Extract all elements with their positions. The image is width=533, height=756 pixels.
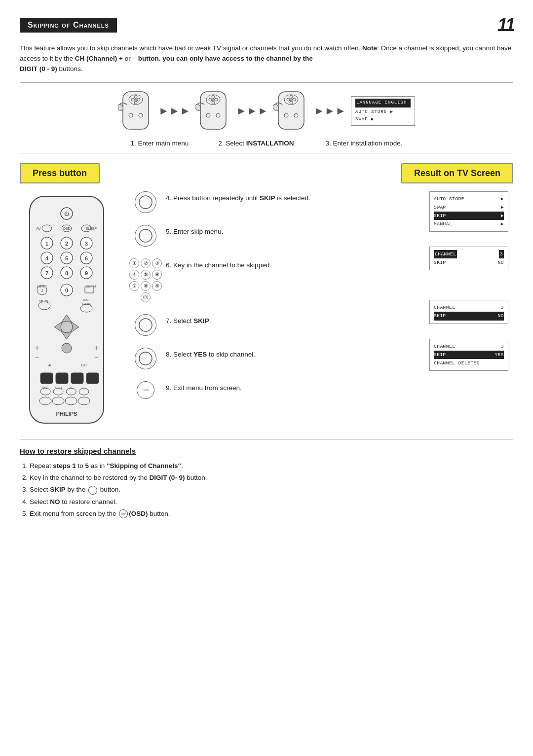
step-5-icon — [133, 225, 158, 247]
svg-text:+: + — [35, 344, 39, 352]
svg-rect-83 — [71, 373, 83, 384]
svg-text:5: 5 — [65, 255, 68, 261]
svg-text:INC.: INC. — [83, 298, 89, 301]
svg-text:2: 2 — [65, 241, 68, 247]
svg-text:PHILIPS: PHILIPS — [56, 411, 77, 417]
oval-btn-4[interactable] — [135, 191, 156, 213]
step-8-icon — [133, 348, 158, 369]
tv-result-1: AUTO STORE▶ SWAP▶ SKIP▶ MANUAL▶ — [429, 191, 508, 232]
step-9-text: 9. Exit menu from screen. — [166, 381, 242, 393]
step-5-text: 5. Enter skip menu. — [166, 225, 223, 237]
svg-text:4: 4 — [45, 255, 49, 261]
svg-text:−: − — [35, 354, 39, 361]
step-7-icon — [133, 314, 158, 336]
svg-text:AV: AV — [37, 227, 41, 230]
remote-mini-1 — [118, 91, 153, 132]
step-6: ①②③ ④⑤⑥ ⑦⑧⑨ ⓪ 6. Key in the channel to b… — [133, 258, 419, 302]
arrow-1: ►►► — [158, 105, 190, 117]
svg-text:9: 9 — [85, 270, 88, 276]
step-4-icon — [133, 191, 158, 213]
svg-text:SMART: SMART — [86, 285, 97, 288]
svg-text:⏻: ⏻ — [64, 211, 69, 216]
svg-point-76 — [62, 343, 72, 353]
step-7: 7. Select SKIP. — [133, 314, 419, 336]
label-row: Press button Result on TV Screen — [20, 163, 513, 183]
svg-text:J: J — [41, 288, 43, 293]
osd-btn-9[interactable]: OSD — [137, 381, 154, 399]
svg-point-26 — [290, 98, 292, 101]
svg-text:3: 3 — [85, 241, 88, 247]
step-4-text: 4. Press button repeatedly until SKIP is… — [166, 191, 310, 203]
oval-icon-restore — [88, 486, 97, 495]
intro-text: This feature allows you to skip channels… — [20, 43, 513, 74]
oval-btn-5[interactable] — [135, 225, 156, 247]
page-number: 11 — [497, 15, 513, 36]
step-9-icon: OSD — [133, 381, 158, 399]
svg-point-99 — [139, 319, 152, 331]
svg-rect-10 — [200, 92, 226, 129]
arrow-2: ►►► — [236, 105, 268, 117]
svg-text:8: 8 — [65, 270, 68, 276]
svg-text:1: 1 — [45, 241, 48, 247]
oval-btn-7[interactable] — [135, 314, 156, 336]
svg-text:7: 7 — [45, 270, 48, 276]
svg-point-73 — [61, 321, 73, 333]
restore-list: Repeat steps 1 to 5 as in "Skipping of C… — [20, 460, 513, 520]
left-col: ⏻ AV OSD SLEEP 1 2 3 4 5 6 7 — [20, 191, 118, 430]
tv-result-3: CHANNEL3 SKIPNO — [429, 300, 508, 324]
right-col: AUTO STORE▶ SWAP▶ SKIP▶ MANUAL▶ CHANNEL3… — [429, 191, 513, 430]
svg-rect-84 — [86, 373, 99, 384]
step-9: OSD 9. Exit menu from screen. — [133, 381, 419, 399]
svg-text:OSD: OSD — [63, 227, 70, 230]
svg-point-97 — [139, 196, 152, 209]
restore-item-3: Select SKIP by the button. — [30, 484, 513, 496]
oval-btn-8[interactable] — [135, 348, 156, 369]
restore-section: How to restore skipped channels Repeat s… — [20, 439, 513, 520]
top-diagram-row: ►►► ►►► — [30, 91, 503, 132]
step-6-text: 6. Key in the channel to be skipped. — [166, 258, 271, 270]
restore-item-5: Exit menu from screen by the OSD(OSD) bu… — [30, 508, 513, 520]
svg-text:6: 6 — [85, 255, 88, 261]
step-5: 5. Enter skip menu. — [133, 225, 419, 247]
svg-rect-30 — [30, 196, 104, 423]
svg-rect-20 — [278, 92, 304, 129]
svg-point-16 — [212, 98, 215, 101]
svg-point-6 — [135, 98, 137, 101]
svg-text:CH: CH — [81, 363, 87, 367]
page-header: Skipping of Channels 11 — [20, 15, 513, 36]
numpad-small: ①②③ ④⑤⑥ ⑦⑧⑨ ⓪ — [129, 258, 162, 302]
step-8-text: 8. Select YES to skip channel. — [166, 348, 255, 360]
svg-point-100 — [139, 352, 152, 365]
svg-point-98 — [139, 229, 152, 242]
svg-rect-82 — [56, 373, 68, 384]
middle-col: 4. Press button repeatedly until SKIP is… — [128, 191, 419, 430]
restore-item-1: Repeat steps 1 to 5 as in "Skipping of C… — [30, 460, 513, 472]
svg-text:i≡: i≡ — [70, 386, 73, 389]
svg-text:MENU: MENU — [39, 299, 50, 303]
svg-text:0: 0 — [65, 288, 68, 293]
svg-text:+: + — [94, 344, 98, 352]
result-label: Result on TV Screen — [401, 163, 513, 183]
step-labels: 1. Enter main menu 2. Select INSTALLATIO… — [131, 140, 403, 147]
svg-rect-81 — [40, 373, 53, 384]
svg-text:−: − — [94, 354, 98, 361]
tv-result-4: CHANNEL3 SKIPYES CHANNEL DELETED — [429, 339, 508, 371]
main-content: ⏻ AV OSD SLEEP 1 2 3 4 5 6 7 — [20, 191, 513, 430]
restore-title: How to restore skipped channels — [20, 447, 513, 455]
tv-screen-mini: LANGUAGE ENGLISH AUTO STORE ▶ SWAP ▶ — [351, 96, 415, 126]
remote-large: ⏻ AV OSD SLEEP 1 2 3 4 5 6 7 — [20, 191, 114, 428]
step-4: 4. Press button repeatedly until SKIP is… — [133, 191, 419, 213]
restore-item-2: Key in the channel to be restored by the… — [30, 472, 513, 484]
step-6-icon: ①②③ ④⑤⑥ ⑦⑧⑨ ⓪ — [133, 258, 158, 302]
osd-icon-restore: OSD — [119, 509, 128, 518]
tv-result-2: CHANNEL3 SKIPNO — [429, 247, 508, 270]
arrow-3: ►►► — [314, 105, 346, 117]
step-7-text: 7. Select SKIP. — [166, 314, 211, 326]
remote-mini-2 — [195, 91, 231, 132]
restore-item-4: Select NO to restore channel. — [30, 496, 513, 508]
svg-rect-0 — [123, 92, 149, 129]
svg-text:◄: ◄ — [47, 363, 51, 367]
press-button-label: Press button — [20, 163, 100, 183]
remote-mini-3 — [273, 91, 309, 132]
step-8: 8. Select YES to skip channel. — [133, 348, 419, 369]
